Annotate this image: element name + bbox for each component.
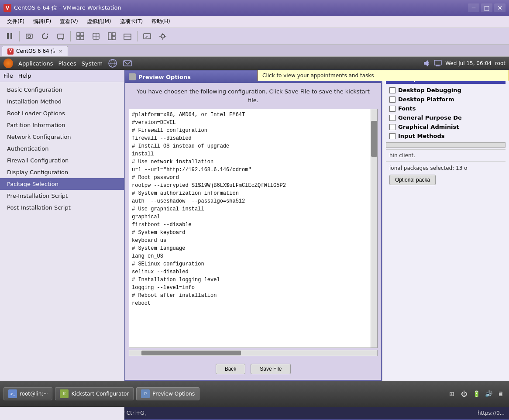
gnome-applications[interactable]: Applications (18, 60, 53, 67)
pkg-item-input-methods: Input Methods (386, 131, 506, 141)
taskbar-kickstart[interactable]: K Kickstart Configurator (55, 387, 134, 400)
tray-icon-4[interactable]: 🔊 (484, 389, 493, 399)
sidebar-item-packages[interactable]: Package Selection (0, 178, 124, 190)
sidebar-nav: Basic Configuration Installation Method … (0, 82, 124, 420)
config-content: #platform=x86, AMD64, or Intel EM64T #ve… (129, 109, 371, 348)
window-title: CentOS 6 64 位 - VMware Workstation (14, 4, 121, 12)
pkg-hscroll[interactable] (386, 142, 506, 148)
preview-icon: P (141, 389, 150, 398)
toolbar-separator-3 (137, 31, 138, 41)
gnome-places[interactable]: Places (58, 60, 76, 67)
gnome-system[interactable]: System (82, 60, 103, 67)
menu-vm[interactable]: 虚拟机(M) (83, 17, 115, 26)
right-panel-inner: Desktop Desktop Debugging Desktop Platfo… (382, 70, 509, 190)
gnome-user[interactable]: root (495, 60, 506, 66)
sidebar-item-network[interactable]: Network Configuration (0, 131, 124, 143)
preview-dialog: Preview Options You have choosen the fol… (124, 70, 382, 381)
horizontal-scrollbar[interactable] (129, 350, 378, 356)
pkg-label-fonts: Fonts (398, 105, 416, 112)
app-window: File Help Basic Configuration Installati… (0, 70, 124, 420)
app-file-menu[interactable]: File (3, 72, 13, 79)
menu-view[interactable]: 查看(V) (56, 17, 82, 26)
pause-button[interactable] (3, 30, 17, 42)
sidebar-item-auth[interactable]: Authentication (0, 143, 124, 155)
hscroll-thumb[interactable] (141, 351, 241, 355)
sidebar-item-basic-config[interactable]: Basic Configuration (0, 84, 124, 96)
gnome-logo (3, 59, 13, 68)
menu-help[interactable]: 帮助(H) (148, 17, 173, 26)
window-controls: ─ □ ✕ (468, 3, 506, 12)
taskbar-preview[interactable]: P Preview Options (136, 387, 199, 400)
mail-icon (123, 59, 132, 68)
taskbar-terminal-label: root@lin:~ (20, 391, 48, 397)
svg-rect-13 (112, 37, 115, 40)
scrollbar-thumb[interactable] (371, 121, 377, 157)
app-help-menu[interactable]: Help (18, 72, 31, 79)
settings-button[interactable] (156, 30, 170, 42)
tray-icon-3[interactable]: 🔋 (471, 389, 481, 399)
pkg-checkbox-general[interactable] (389, 115, 396, 121)
taskbar-right: ⊞ ⏻ 🔋 🔊 🖥 (447, 389, 506, 399)
pkg-label-desktop-platform: Desktop Platform (398, 96, 454, 103)
svg-rect-14 (124, 34, 131, 39)
dialog-title: Preview Options (138, 74, 191, 80)
sidebar-item-display[interactable]: Display Configuration (0, 166, 124, 178)
status-url: https://0... (478, 410, 505, 416)
pkg-checkbox-graphical[interactable] (389, 124, 396, 130)
pkg-checkbox-fonts[interactable] (389, 106, 396, 112)
snapshot2-button[interactable] (54, 30, 68, 42)
no-tabs-button[interactable] (120, 30, 134, 42)
sidebar-item-post-script[interactable]: Post-Installation Script (0, 202, 124, 213)
pkg-item-desktop-debugging: Desktop Debugging (386, 86, 506, 95)
menu-edit[interactable]: 编辑(E) (30, 17, 55, 26)
pkg-checkbox-desktop-debugging[interactable] (389, 87, 396, 93)
console-button[interactable]: >_ (140, 30, 154, 42)
sidebar-item-install-method[interactable]: Installation Method (0, 96, 124, 107)
sidebar-item-partition[interactable]: Partition Information (0, 119, 124, 131)
svg-rect-0 (7, 33, 9, 39)
gnome-clock[interactable]: Wed Jul 15, 06:04 (445, 60, 492, 66)
tab-close-icon[interactable]: ✕ (58, 49, 62, 54)
tab-bar: V CentOS 6 64 位 ✕ (0, 45, 509, 57)
maximize-button[interactable]: □ (481, 3, 492, 12)
menu-file[interactable]: 文件(F) (3, 17, 28, 26)
gnome-topbar: Applications Places System Wed Jul 15, 0… (0, 57, 509, 70)
dialog-icon (129, 73, 136, 80)
vm-tab[interactable]: V CentOS 6 64 位 ✕ (2, 46, 68, 56)
toolbar-separator-1 (19, 31, 20, 41)
optional-packages-button[interactable]: Optional packa (389, 175, 436, 185)
pkg-checkbox-input-methods[interactable] (389, 133, 396, 139)
snapshot-button[interactable] (22, 30, 36, 42)
pkg-item-general: General Purpose De (386, 113, 506, 122)
vm-tab-label: CentOS 6 64 位 (16, 48, 56, 55)
svg-point-3 (28, 35, 31, 38)
config-scroll-container: #platform=x86, AMD64, or Intel EM64T #ve… (129, 109, 378, 348)
pkg-label-input-methods: Input Methods (398, 133, 445, 139)
revert-button[interactable] (38, 30, 52, 42)
tray-icon-2[interactable]: ⏻ (459, 389, 469, 399)
tray-icon-1[interactable]: ⊞ (447, 389, 457, 399)
app-menubar: File Help (0, 70, 124, 82)
view-button[interactable] (105, 30, 119, 42)
tray-icon-5[interactable]: 🖥 (496, 389, 506, 399)
menu-tabs[interactable]: 选项卡(T) (117, 17, 147, 26)
sidebar-item-pre-script[interactable]: Pre-Installation Script (0, 190, 124, 202)
display-icon[interactable] (434, 59, 442, 67)
save-file-button[interactable]: Save File (251, 364, 291, 374)
right-panel: Desktop Desktop Debugging Desktop Platfo… (382, 70, 509, 394)
pkg-item-graphical: Graphical Administ (386, 122, 506, 131)
svg-rect-7 (81, 33, 84, 36)
taskbar-terminal[interactable]: >_ root@lin:~ (3, 387, 52, 400)
fullscreen-button[interactable] (73, 30, 87, 42)
sidebar-item-boot-loader[interactable]: Boot Loader Options (0, 107, 124, 119)
pkg-checkbox-desktop-platform[interactable] (389, 96, 396, 103)
back-button[interactable]: Back (216, 364, 246, 374)
close-button[interactable]: ✕ (494, 3, 506, 12)
sidebar-item-firewall[interactable]: Firewall Configuration (0, 155, 124, 166)
unity-button[interactable] (89, 30, 103, 42)
volume-icon[interactable] (423, 59, 430, 67)
minimize-button[interactable]: ─ (468, 3, 479, 12)
taskbar-preview-label: Preview Options (152, 391, 195, 397)
vertical-scrollbar[interactable] (371, 109, 377, 348)
gnome-right: Wed Jul 15, 06:04 root (423, 59, 506, 67)
